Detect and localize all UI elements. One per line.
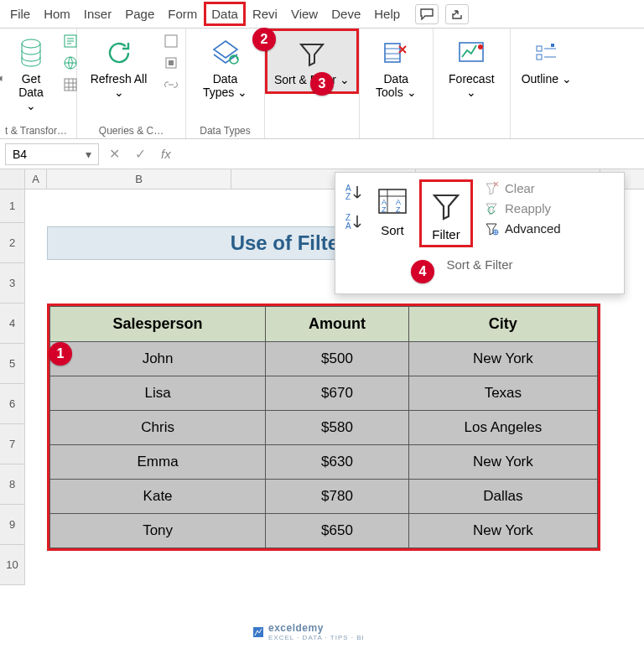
get-data-button[interactable]: Get Data ⌄ — [8, 32, 55, 116]
table-row[interactable]: Tony$650New York — [50, 514, 598, 548]
filter-button[interactable]: Filter — [425, 184, 467, 243]
svg-text:A: A — [345, 221, 351, 231]
data-types-button[interactable]: Data Types ⌄ — [191, 32, 259, 102]
ribbon-tabs: File Hom Inser Page Form Data Revi View … — [0, 0, 644, 29]
group-forecast: Forecast ⌄ — [434, 29, 511, 138]
sort-asc-button[interactable]: AZ — [344, 183, 366, 204]
svg-text:Z: Z — [382, 205, 387, 214]
row-header[interactable]: 4 — [0, 304, 25, 344]
sort-filter-submenu: AZ ZA AZAZ Sort Filter Clear R — [335, 172, 625, 294]
reapply-icon — [483, 200, 500, 216]
tab-view[interactable]: View — [284, 2, 325, 26]
svg-point-0 — [22, 39, 40, 48]
sort-desc-button[interactable]: ZA — [344, 212, 366, 233]
svg-rect-12 — [537, 54, 542, 60]
clear-filter-button[interactable]: Clear — [483, 179, 561, 196]
formula-bar: B4 ▾ ✕ ✓ fx — [0, 139, 644, 169]
th-amount[interactable]: Amount — [266, 307, 409, 342]
filter-label: Filter — [432, 227, 460, 241]
advanced-button[interactable]: Advanced — [483, 220, 561, 236]
data-table: Salesperson Amount City John$500New York… — [47, 304, 600, 551]
advanced-icon — [483, 220, 500, 236]
properties-icon[interactable] — [162, 54, 180, 72]
outline-label: Outline ⌄ — [522, 72, 572, 86]
edit-links-icon[interactable] — [162, 75, 180, 94]
row-header[interactable]: 6 — [0, 384, 25, 424]
comments-icon[interactable] — [415, 4, 439, 24]
group-queries: Refresh All ⌄ Queries & C… — [77, 29, 186, 138]
svg-rect-13 — [551, 44, 554, 47]
svg-rect-8 — [385, 44, 400, 62]
table-row[interactable]: John$500New York — [50, 342, 598, 376]
cancel-icon[interactable]: ✕ — [104, 146, 125, 162]
callout-badge-1: 1 — [49, 342, 72, 366]
table-row[interactable]: Chris$580Los Angeles — [50, 411, 598, 445]
row-header[interactable]: 7 — [0, 424, 25, 464]
col-header-B[interactable]: B — [47, 169, 231, 189]
svg-rect-3 — [65, 79, 76, 91]
outline-icon — [534, 35, 559, 70]
outline-button[interactable]: Outline ⌄ — [517, 32, 577, 89]
tab-review[interactable]: Revi — [246, 2, 284, 26]
tab-help[interactable]: Help — [367, 2, 407, 26]
tab-insert[interactable]: Inser — [77, 2, 118, 26]
table-header-row: Salesperson Amount City — [50, 307, 598, 342]
tab-formulas[interactable]: Form — [161, 2, 204, 26]
forecast-label: Forecast ⌄ — [444, 72, 500, 99]
tab-page[interactable]: Page — [118, 2, 161, 26]
th-city[interactable]: City — [408, 307, 597, 342]
watermark: exceldemy EXCEL · DATA · TIPS · BI — [252, 622, 365, 641]
svg-text:Z: Z — [345, 192, 351, 201]
row-header[interactable]: 8 — [0, 464, 25, 505]
select-all-corner[interactable] — [0, 169, 25, 189]
table-row[interactable]: Kate$780Dallas — [50, 480, 598, 514]
svg-rect-6 — [169, 60, 174, 65]
forecast-button[interactable]: Forecast ⌄ — [439, 32, 505, 102]
watermark-icon — [252, 625, 265, 639]
callout-badge-3: 3 — [310, 72, 334, 96]
row-header[interactable]: 1 — [0, 189, 25, 223]
fx-label[interactable]: fx — [161, 147, 171, 161]
group-caption-transform: t & Transform… — [5, 123, 71, 137]
table-row[interactable]: Lisa$670Texas — [50, 376, 598, 411]
clear-icon — [483, 179, 500, 196]
funnel-icon — [298, 36, 326, 71]
name-box-value: B4 — [13, 148, 27, 161]
group-datatools: Data Tools ⌄ — [360, 29, 434, 138]
svg-text:Z: Z — [396, 205, 401, 214]
chevron-down-icon[interactable]: ▾ — [86, 148, 91, 161]
table-row[interactable]: Emma$630New York — [50, 445, 598, 480]
group-get-transform: ◂ Get Data ⌄ t & Transform… — [0, 29, 77, 138]
data-tools-icon — [382, 35, 409, 70]
scroll-left-icon[interactable]: ◂ — [0, 71, 3, 84]
refresh-all-button[interactable]: Refresh All ⌄ — [82, 32, 155, 102]
share-icon[interactable] — [445, 4, 469, 24]
refresh-icon — [105, 35, 133, 70]
tab-home[interactable]: Hom — [37, 2, 77, 26]
database-icon — [19, 35, 43, 70]
enter-icon[interactable]: ✓ — [130, 146, 151, 162]
row-header[interactable]: 9 — [0, 505, 25, 545]
data-types-label: Data Types ⌄ — [196, 72, 254, 99]
row-header[interactable]: 10 — [0, 545, 25, 585]
queries-icon[interactable] — [162, 32, 180, 50]
row-header[interactable]: 3 — [0, 263, 25, 304]
data-tools-label: Data Tools ⌄ — [370, 72, 423, 99]
filter-funnel-icon — [430, 187, 462, 224]
tab-developer[interactable]: Deve — [325, 2, 367, 26]
data-types-icon — [210, 35, 241, 70]
group-outline: Outline ⌄ — [511, 29, 583, 138]
submenu-caption: Sort & Filter — [339, 257, 621, 272]
th-salesperson[interactable]: Salesperson — [50, 307, 266, 342]
tab-file[interactable]: File — [3, 2, 37, 26]
data-tools-button[interactable]: Data Tools ⌄ — [365, 32, 428, 102]
row-header[interactable]: 5 — [0, 344, 25, 384]
get-data-label: Get Data ⌄ — [13, 72, 49, 112]
svg-rect-4 — [165, 35, 177, 47]
sort-button[interactable]: AZAZ Sort — [371, 179, 414, 239]
tab-data[interactable]: Data — [204, 2, 246, 26]
name-box[interactable]: B4 ▾ — [5, 143, 99, 165]
reapply-button[interactable]: Reapply — [483, 200, 561, 216]
col-header-A[interactable]: A — [25, 169, 47, 189]
row-header[interactable]: 2 — [0, 223, 25, 263]
